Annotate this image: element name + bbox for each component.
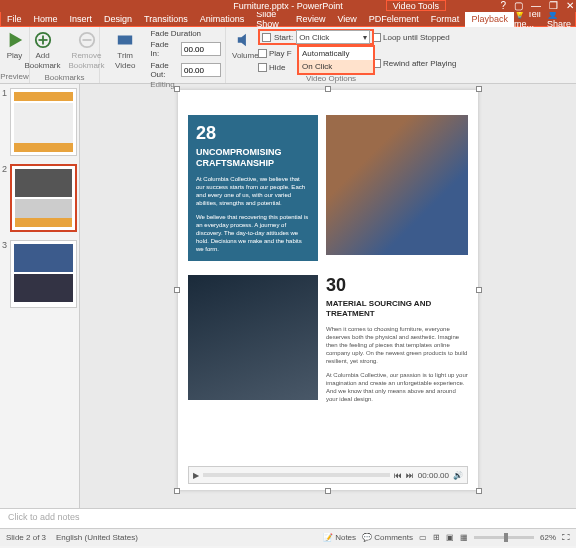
video-options-group-label: Video Options (306, 74, 356, 83)
fit-to-window-icon[interactable]: ⛶ (562, 533, 570, 542)
tell-me-search[interactable]: 💡 Tell me... (514, 9, 541, 29)
start-control[interactable]: Start: On Click (258, 29, 374, 45)
image-craftsmanship[interactable] (326, 115, 468, 255)
video-prev-button[interactable]: ⏮ (394, 471, 402, 480)
view-normal-icon[interactable]: ▭ (419, 533, 427, 542)
tab-format[interactable]: Format (425, 12, 466, 27)
rewind-checkbox[interactable]: Rewind after Playing (372, 59, 456, 68)
block1-body-p1: At Columbia Collective, we believe that … (196, 175, 310, 207)
handle-mr[interactable] (476, 287, 482, 293)
ribbon: Play Preview Add Bookmark Remove Bookmar… (0, 27, 576, 84)
content-block-1: 28 UNCOMPROMISING CRAFTSMANSHIP At Colum… (188, 115, 468, 261)
zoom-value: 62% (540, 533, 556, 542)
play-fullscreen-checkbox[interactable]: Play F (258, 49, 292, 58)
start-dropdown: Automatically On Click (297, 45, 375, 75)
block2-body-p2: At Columbia Collective, our passion is t… (326, 371, 468, 403)
view-slideshow-icon[interactable]: ▦ (460, 533, 468, 542)
fade-in-input[interactable] (181, 42, 221, 56)
tab-playback[interactable]: Playback (465, 12, 514, 27)
loop-checkbox[interactable]: Loop until Stopped (372, 33, 450, 42)
handle-ml[interactable] (174, 287, 180, 293)
slide[interactable]: 28 UNCOMPROMISING CRAFTSMANSHIP At Colum… (178, 90, 478, 490)
slide-counter: Slide 2 of 3 (6, 533, 46, 542)
start-label: Start: (274, 33, 293, 42)
workspace: 1 2 3 28 UNCOMPROMISING CRAFTSMANSHIP At… (0, 84, 576, 508)
zoom-slider[interactable] (474, 536, 534, 539)
start-option-onclick[interactable]: On Click (299, 60, 373, 73)
fade-out-input[interactable] (181, 63, 221, 77)
text-block-2[interactable]: 30 MATERIAL SOURCING AND TREATMENT When … (326, 275, 468, 403)
view-reading-icon[interactable]: ▣ (446, 533, 454, 542)
comments-button[interactable]: 💬 Comments (362, 533, 413, 542)
handle-tr[interactable] (476, 86, 482, 92)
hide-checkbox[interactable]: Hide (258, 63, 285, 72)
slide-canvas-area[interactable]: 28 UNCOMPROMISING CRAFTSMANSHIP At Colum… (80, 84, 576, 508)
thumbnail-1[interactable] (10, 88, 77, 156)
volume-icon (236, 31, 254, 49)
block1-body-p2: We believe that recovering this potentia… (196, 213, 310, 253)
handle-tl[interactable] (174, 86, 180, 92)
language-indicator[interactable]: English (United States) (56, 533, 138, 542)
ribbon-tabs: File Home Insert Design Transitions Anim… (0, 12, 576, 27)
handle-bc[interactable] (325, 488, 331, 494)
fade-out-label: Fade Out: (150, 61, 178, 79)
tab-file[interactable]: File (1, 12, 28, 27)
preview-group-label: Preview (0, 72, 28, 81)
share-area: 💡 Tell me... 👤 Share (514, 9, 575, 29)
tab-design[interactable]: Design (98, 12, 138, 27)
tab-insert[interactable]: Insert (64, 12, 99, 27)
display-options-icon[interactable]: ▢ (514, 0, 523, 11)
trim-video-button[interactable]: Trim Video (104, 29, 146, 80)
thumbnail-3[interactable] (10, 240, 77, 308)
video-play-button[interactable]: ▶ (193, 471, 199, 480)
tab-transitions[interactable]: Transitions (138, 12, 194, 27)
video-scrubber[interactable] (203, 473, 390, 477)
block1-number: 28 (196, 123, 310, 144)
tab-view[interactable]: View (331, 12, 362, 27)
video-time: 00:00.00 (418, 471, 449, 480)
tab-pdfelement[interactable]: PDFelement (363, 12, 425, 27)
block2-body-p1: When it comes to choosing furniture, eve… (326, 325, 468, 365)
thumb-num-1: 1 (2, 88, 8, 156)
video-volume-button[interactable]: 🔊 (453, 471, 463, 480)
tab-animations[interactable]: Animations (194, 12, 251, 27)
status-bar: Slide 2 of 3 English (United States) 📝 N… (0, 528, 576, 546)
block2-heading: MATERIAL SOURCING AND TREATMENT (326, 299, 468, 319)
block1-heading: UNCOMPROMISING CRAFTSMANSHIP (196, 147, 310, 169)
add-bookmark-button[interactable]: Add Bookmark (21, 29, 65, 73)
notes-pane[interactable]: Click to add notes (0, 508, 576, 528)
tab-slideshow[interactable]: Slide Show (250, 12, 290, 27)
context-tab-video-tools: Video Tools (386, 0, 446, 11)
block2-number: 30 (326, 275, 468, 296)
start-select[interactable]: On Click (296, 30, 370, 44)
image-material[interactable] (188, 275, 318, 400)
video-next-button[interactable]: ⏭ (406, 471, 414, 480)
video-control-bar: ▶ ⏮ ⏭ 00:00.00 🔊 (188, 466, 468, 484)
app-title: Furniture.pptx - PowerPoint (233, 1, 343, 11)
help-icon[interactable]: ? (500, 0, 506, 11)
slide-thumbnail-panel: 1 2 3 (0, 84, 80, 508)
text-block-1[interactable]: 28 UNCOMPROMISING CRAFTSMANSHIP At Colum… (188, 115, 318, 261)
handle-tc[interactable] (325, 86, 331, 92)
close-icon[interactable]: ✕ (566, 0, 574, 11)
title-bar: Furniture.pptx - PowerPoint Video Tools … (0, 0, 576, 12)
fade-in-label: Fade In: (150, 40, 178, 58)
handle-bl[interactable] (174, 488, 180, 494)
content-block-2: 30 MATERIAL SOURCING AND TREATMENT When … (188, 275, 468, 403)
remove-bookmark-button[interactable]: Remove Bookmark (65, 29, 109, 73)
handle-br[interactable] (476, 488, 482, 494)
fade-duration-label: Fade Duration (150, 29, 221, 38)
start-option-automatically[interactable]: Automatically (299, 47, 373, 60)
start-checkbox[interactable] (262, 33, 271, 42)
bookmark-add-icon (34, 31, 52, 49)
tab-review[interactable]: Review (290, 12, 332, 27)
restore-icon[interactable]: ❐ (549, 0, 558, 11)
thumbnail-2[interactable] (10, 164, 77, 232)
tab-home[interactable]: Home (28, 12, 64, 27)
minimize-icon[interactable]: — (531, 0, 541, 11)
view-sorter-icon[interactable]: ⊞ (433, 533, 440, 542)
svg-marker-7 (238, 34, 246, 47)
share-button[interactable]: 👤 Share (547, 9, 571, 29)
notes-button[interactable]: 📝 Notes (323, 533, 356, 542)
window-controls: ? ▢ — ❐ ✕ (500, 0, 574, 11)
